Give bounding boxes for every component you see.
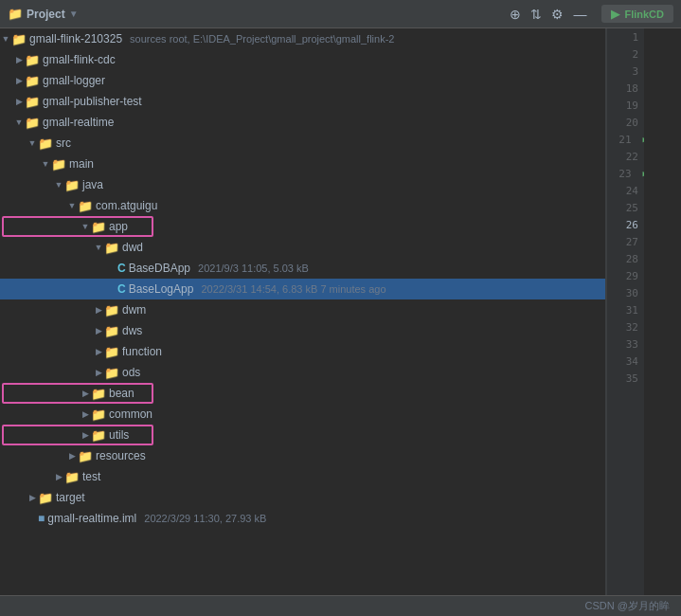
tree-arrow[interactable]: ▼ [13,118,25,127]
tree-arrow[interactable]: ▼ [93,243,104,252]
line-number-23: 23▶ [607,165,644,182]
item-label: function [122,345,162,358]
line-number-32: 32 [607,318,644,335]
tree-item-com.atguigu[interactable]: ▼ 📁 com.atguigu [0,195,605,216]
dropdown-arrow[interactable]: ▼ [69,9,79,19]
folder-icon: 📁 [25,95,40,109]
folder-icon-small: 📁 [8,7,23,21]
tree-arrow[interactable]: ▶ [13,97,25,106]
tree-arrow[interactable]: ▶ [93,326,104,335]
folder-icon: 📁 [64,470,80,484]
tree-arrow[interactable]: ▶ [80,430,91,440]
folder-icon: 📁 [11,32,27,46]
add-icon[interactable]: ⊕ [510,7,521,22]
flink-tab-label: FlinkCD [624,9,664,20]
tree-item-target[interactable]: ▶ 📁 target [0,487,605,508]
tree-item-dwd[interactable]: ▼ 📁 dwd [0,237,605,258]
tree-arrow[interactable]: ▶ [66,451,78,461]
tree-item-utils[interactable]: ▶ 📁 utils [0,425,605,445]
tree-arrow[interactable]: ▼ [40,159,51,169]
line-numbers: 12318192021▶2223▶24252627282930313233343… [606,28,644,595]
sync-icon[interactable]: ⇅ [530,7,542,22]
item-label: utils [109,428,129,442]
tree-arrow[interactable]: ▶ [13,76,25,85]
tree-item-java[interactable]: ▼ 📁 java [0,174,605,195]
folder-icon: 📁 [78,199,93,213]
folder-icon: 📁 [25,53,40,67]
line-number-21: 21▶ [607,131,644,148]
tree-item-BaseLogApp[interactable]: C BaseLogApp 2022/3/31 14:54, 6.83 kB 7 … [0,279,605,299]
item-meta: 2022/3/29 11:30, 27.93 kB [144,513,266,524]
flink-tab[interactable]: ▶ FlinkCD [601,5,673,23]
tree-item-gmall-realtime[interactable]: ▼ 📁 gmall-realtime [0,112,605,133]
line-number-28: 28 [607,250,644,267]
folder-icon: 📁 [38,491,53,505]
project-panel: ▼ 📁 gmall-flink-210325 sources root, E:\… [0,28,606,595]
tree-arrow[interactable]: ▼ [80,222,91,231]
tree-item-gmall-flink-210325[interactable]: ▼ 📁 gmall-flink-210325 sources root, E:\… [0,28,605,49]
tree-arrow[interactable]: ▶ [27,493,38,502]
run-icon-21[interactable]: ▶ [643,135,644,144]
line-number-2: 2 [607,45,644,63]
tree-item-ods[interactable]: ▶ 📁 ods [0,362,605,383]
run-icon-23[interactable]: ▶ [643,169,644,178]
tree-item-gmall-flink-cdc[interactable]: ▶ 📁 gmall-flink-cdc [0,49,605,70]
tree-item-BaseDBApp[interactable]: C BaseDBApp 2021/9/3 11:05, 5.03 kB [0,258,605,279]
item-label: gmall-flink-210325 [29,32,122,45]
item-label: gmall-publisher-test [43,95,142,108]
line-number-35: 35 [607,370,644,387]
tree-item-test[interactable]: ▶ 📁 test [0,466,605,487]
line-number-27: 27 [607,233,644,250]
item-label: src [56,136,71,150]
tree-arrow[interactable]: ▶ [93,347,104,356]
line-number-34: 34 [607,353,644,370]
toolbar: 📁 Project ▼ ⊕ ⇅ ⚙ — ▶ FlinkCD [0,0,681,28]
line-number-20: 20 [607,114,644,131]
tree-item-bean[interactable]: ▶ 📁 bean [0,383,605,404]
tree-item-dwm[interactable]: ▶ 📁 dwm [0,299,605,320]
tree-item-dws[interactable]: ▶ 📁 dws [0,320,605,341]
tree-item-app[interactable]: ▼ 📁 app [0,216,605,237]
tree-arrow[interactable]: ▶ [93,368,104,377]
minimize-icon[interactable]: — [573,7,586,22]
line-number-1: 1 [607,28,644,45]
tree-arrow[interactable]: ▼ [0,34,11,44]
project-label: Project [27,8,65,21]
folder-icon: 📁 [104,366,119,380]
line-number-33: 33 [607,335,644,353]
tree-arrow[interactable]: ▶ [53,472,64,481]
item-meta: sources root, E:\IDEA_Project\gmall_proj… [130,33,394,45]
tree-arrow[interactable]: ▼ [66,201,78,210]
tree-item-src[interactable]: ▼ 📁 src [0,133,605,154]
tree-item-main[interactable]: ▼ 📁 main [0,154,605,174]
tree-item-gmall-publisher-test[interactable]: ▶ 📁 gmall-publisher-test [0,91,605,112]
tree-arrow[interactable]: ▶ [93,305,104,315]
folder-icon: 📁 [104,324,119,338]
main-content: ▼ 📁 gmall-flink-210325 sources root, E:\… [0,28,681,595]
item-label: gmall-flink-cdc [43,53,116,66]
tree-arrow[interactable]: ▼ [53,180,64,190]
toolbar-icons: ⊕ ⇅ ⚙ — [510,7,586,22]
tree-item-gmall-realtime.iml[interactable]: ■ gmall-realtime.iml 2022/3/29 11:30, 27… [0,508,605,529]
tree-item-gmall-logger[interactable]: ▶ 📁 gmall-logger [0,70,605,91]
item-label: target [56,491,85,504]
folder-icon: 📁 [25,74,40,88]
item-label: gmall-logger [43,74,105,87]
tree-arrow[interactable]: ▶ [13,55,25,64]
tree-arrow[interactable]: ▼ [27,138,38,148]
line-number-29: 29 [607,267,644,284]
iml-icon: ■ [38,512,45,525]
folder-icon: 📁 [51,157,66,172]
line-number-26: 26 [607,216,644,233]
tree-item-common[interactable]: ▶ 📁 common [0,404,605,425]
tree-arrow[interactable]: ▶ [80,409,91,419]
item-label: common [109,408,152,421]
tree-item-function[interactable]: ▶ 📁 function [0,341,605,362]
folder-icon: 📁 [91,408,106,422]
flink-tab-icon: ▶ [611,7,620,21]
settings-icon[interactable]: ⚙ [551,7,564,22]
line-number-25: 25 [607,199,644,216]
tree-arrow[interactable]: ▶ [80,389,91,398]
item-label: dwd [122,241,143,254]
tree-item-resources[interactable]: ▶ 📁 resources [0,445,605,466]
